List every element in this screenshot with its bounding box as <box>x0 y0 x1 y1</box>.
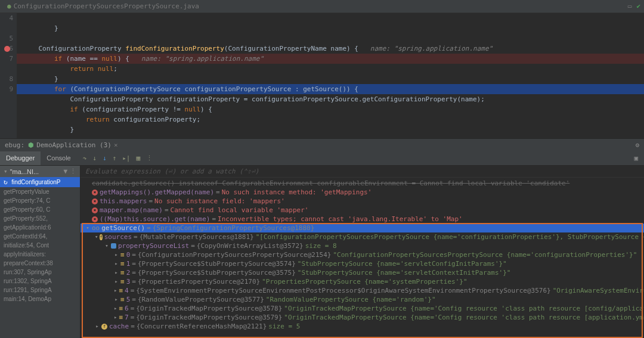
expand-arrow-icon[interactable] <box>114 305 117 312</box>
code-editor[interactable]: 456789 } ConfigurationProperty findConfi… <box>0 13 644 138</box>
debug-header: ebug: ⬢ DemoApplication (3) × ⚙ <box>0 138 644 151</box>
expand-arrow-icon[interactable] <box>95 233 98 241</box>
stack-frame[interactable]: ↻ findConfigurationP <box>0 177 80 187</box>
stack-frame[interactable]: getProperty:60, C <box>0 205 80 214</box>
step-into-icon[interactable]: ↓ <box>92 154 97 162</box>
variable-node[interactable]: ≡ 2 = {PropertySource$StubPropertySource… <box>80 268 644 277</box>
debug-bug-icon: ⬢ <box>28 141 34 149</box>
variable-node[interactable]: ≡ 4 = {SystemEnvironmentPropertySourceEn… <box>80 286 644 295</box>
code-line[interactable]: return null; <box>17 64 644 74</box>
frames-panel: ▾ "ma...NI... ▼ ⋮ ↻ findConfigurationPge… <box>0 166 80 338</box>
stack-frame[interactable]: main:14, DemoAp <box>0 294 80 303</box>
file-tab[interactable]: ● ConfigurationPropertySourcesPropertySo… <box>4 0 203 13</box>
gutter: 456789 <box>0 13 17 138</box>
stack-frame[interactable]: getApplicationId:6 <box>0 223 80 232</box>
more-frames-icon[interactable]: ⋮ <box>70 168 76 175</box>
code-line[interactable] <box>17 33 644 44</box>
stack-frame[interactable]: initialize:54, Cont <box>0 241 80 250</box>
variable-node[interactable]: ✖ this.mappers = No such instance field:… <box>80 197 644 206</box>
debug-label: ebug: <box>5 141 24 149</box>
variables-panel: Evaluate expression (⏎) or add a watch (… <box>80 166 644 338</box>
error-icon: ✖ <box>92 199 98 204</box>
check-icon[interactable]: ✔ <box>636 2 640 10</box>
variable-node[interactable]: ≡ 1 = {PropertySource$StubPropertySource… <box>80 259 644 268</box>
expand-arrow-icon[interactable] <box>114 251 119 259</box>
expand-arrow-icon[interactable] <box>114 314 117 321</box>
code-line[interactable]: ConfigurationProperty configurationPrope… <box>17 94 644 104</box>
stack-frame[interactable]: getProperty:552, <box>0 214 80 223</box>
debug-body: ▾ "ma...NI... ▼ ⋮ ↻ findConfigurationPge… <box>0 166 644 338</box>
error-icon: ✖ <box>92 216 98 222</box>
thread-chevron-icon[interactable]: ▾ <box>4 168 8 175</box>
layout-icon[interactable]: ▣ <box>634 154 638 162</box>
stack-frame[interactable]: getPropertyValue <box>0 187 80 196</box>
code-line[interactable]: if (configurationProperty != null) { <box>17 104 644 114</box>
variable-node[interactable]: propertySourceList = {CopyOnWriteArrayLi… <box>80 241 644 250</box>
expand-arrow-icon[interactable] <box>104 242 109 250</box>
variable-node[interactable]: ✖ mapper.map(name) = Cannot find local v… <box>80 206 644 215</box>
code-line[interactable]: ConfigurationProperty findConfigurationP… <box>17 44 644 54</box>
variable-node[interactable]: candidate.getSource() instanceof Configu… <box>80 179 644 188</box>
run-to-cursor-icon[interactable]: ▸| <box>122 154 130 162</box>
stack-frame[interactable]: getContextId:64, <box>0 232 80 241</box>
editor-tab-bar: ● ConfigurationPropertySourcesPropertySo… <box>0 0 644 13</box>
variable-node[interactable]: oo getSource() = {SpringConfigurationPro… <box>80 224 644 232</box>
variable-tree[interactable]: candidate.getSource() instanceof Configu… <box>80 178 644 338</box>
stack-frame[interactable]: getProperty:74, C <box>0 196 80 205</box>
more-icon[interactable]: ⋮ <box>146 154 153 162</box>
stack-frame[interactable]: applyInitializers: <box>0 250 80 259</box>
breakpoint-marker[interactable] <box>4 46 10 52</box>
filter-icon[interactable]: ▼ <box>63 168 67 175</box>
step-controls: ↷ ↓ ↓ ↑ ▸| ▦ ⋮ <box>77 154 159 162</box>
settings-gear-icon[interactable]: ⚙ <box>635 141 639 149</box>
code-line[interactable]: } <box>17 74 644 84</box>
expand-arrow-icon[interactable] <box>114 269 119 277</box>
variable-node[interactable]: f cache = {ConcurrentReferenceHashMap@21… <box>80 322 644 331</box>
stack-frame[interactable]: prepareContext:38 <box>0 259 80 268</box>
close-icon[interactable]: × <box>114 141 118 149</box>
field-icon: f <box>100 234 102 240</box>
variable-node[interactable]: ≡ 5 = {RandomValuePropertySource@3577} "… <box>80 295 644 304</box>
tab-console[interactable]: Console <box>41 151 76 165</box>
error-icon: ✖ <box>92 190 98 196</box>
variable-node[interactable]: ≡ 0 = {ConfigurationPropertySourcesPrope… <box>80 250 644 259</box>
expand-arrow-icon[interactable] <box>114 287 117 294</box>
expand-arrow-icon[interactable] <box>114 278 119 286</box>
watch-input[interactable]: Evaluate expression (⏎) or add a watch (… <box>80 166 644 178</box>
code-line[interactable]: } <box>17 125 644 135</box>
list-icon <box>111 243 116 249</box>
stack-frame[interactable]: run:1291, SpringA <box>0 286 80 294</box>
variable-node[interactable]: f sources = {MutablePropertySources@1881… <box>80 232 644 241</box>
stack-frame[interactable]: run:307, SpringAp <box>0 268 80 277</box>
variable-node[interactable]: ≡ 3 = {PropertiesPropertySource@2170} "P… <box>80 277 644 286</box>
run-config-label: DemoApplication (3) <box>36 141 112 149</box>
file-tab-label: ConfigurationPropertySourcesPropertySour… <box>14 2 199 10</box>
variable-node[interactable]: ≡ 6 = {OriginTrackedMapPropertySource@35… <box>80 304 644 313</box>
field-icon: f <box>101 324 107 330</box>
stack-frame[interactable]: run:1302, SpringA <box>0 277 80 286</box>
step-over-icon[interactable]: ↷ <box>83 154 87 162</box>
thread-selector[interactable]: "ma...NI... <box>10 168 61 175</box>
variable-node[interactable]: ✖ getMappings().getMapped(name) = No suc… <box>80 188 644 197</box>
expand-arrow-icon[interactable] <box>114 296 119 303</box>
reader-mode-icon[interactable]: ▭ <box>628 2 632 10</box>
run-config-tab[interactable]: ⬢ DemoApplication (3) × <box>28 141 117 149</box>
code-line[interactable]: return configurationProperty; <box>17 114 644 125</box>
evaluate-icon[interactable]: ▦ <box>136 154 140 162</box>
expand-arrow-icon[interactable] <box>85 224 90 232</box>
debugger-toolbar: Debugger Console ↷ ↓ ↓ ↑ ▸| ▦ ⋮ ▣ <box>0 151 644 166</box>
expand-arrow-icon[interactable] <box>95 323 100 330</box>
expand-arrow-icon[interactable] <box>114 260 119 268</box>
variable-node[interactable]: ≡ 7 = {OriginTrackedMapPropertySource@35… <box>80 313 644 322</box>
code-line[interactable]: } <box>17 23 644 33</box>
code-line[interactable]: if (name == null) { name: "spring.applic… <box>17 54 644 64</box>
error-icon: ✖ <box>92 207 98 213</box>
tab-debugger[interactable]: Debugger <box>0 151 41 165</box>
force-step-into-icon[interactable]: ↓ <box>103 154 107 162</box>
java-file-icon: ● <box>7 2 11 10</box>
step-out-icon[interactable]: ↑ <box>113 154 117 162</box>
code-line[interactable]: for (ConfigurationPropertySource configu… <box>17 84 644 94</box>
variable-node[interactable]: ✖ ((Map)this.source).get(name) = Inconve… <box>80 215 644 224</box>
